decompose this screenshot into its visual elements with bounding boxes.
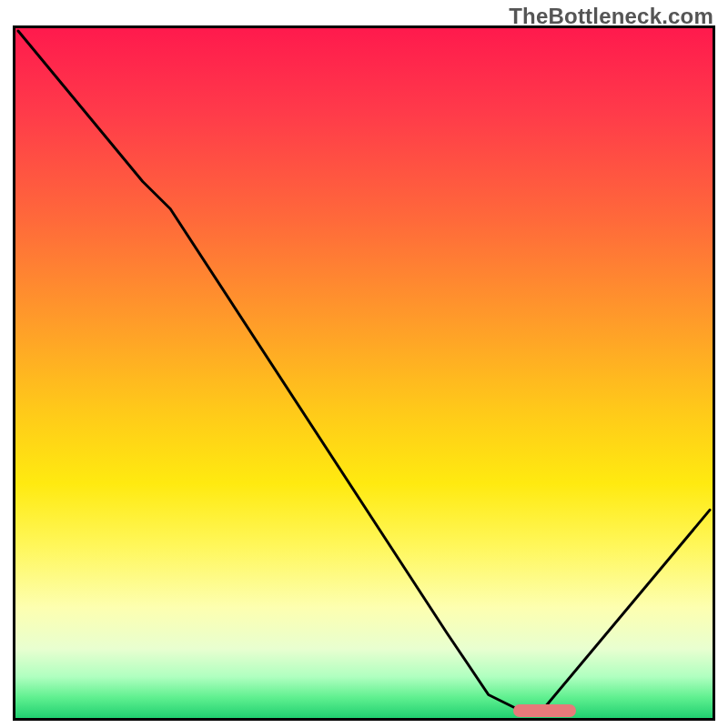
curve-line	[18, 31, 710, 709]
chart-frame	[13, 25, 715, 721]
chart-plot	[15, 28, 713, 718]
optimum-marker	[513, 704, 576, 717]
